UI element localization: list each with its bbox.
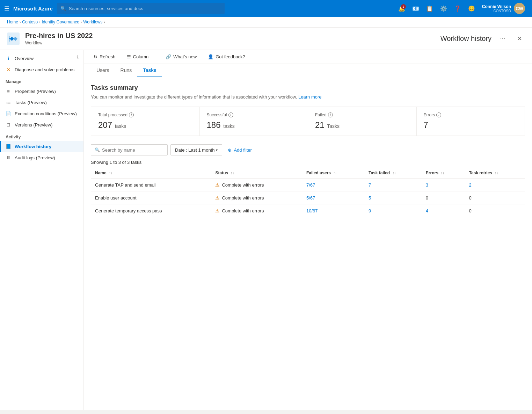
- col-errors-sort[interactable]: ↑↓: [441, 171, 444, 175]
- errors-link-0[interactable]: 3: [426, 182, 428, 188]
- notification-badge: 1: [401, 4, 406, 9]
- total-info-icon[interactable]: i: [129, 112, 134, 117]
- add-filter-icon: ⊕: [228, 147, 232, 153]
- cell-status-0: ⚠ Complete with errors: [211, 179, 302, 191]
- tab-runs[interactable]: Runs: [115, 64, 138, 77]
- sidebar-item-workflow-history[interactable]: 📘 Workflow history: [0, 141, 83, 152]
- header-divider: [432, 33, 432, 44]
- breadcrumb-workflows[interactable]: Workflows: [83, 20, 102, 24]
- search-bar[interactable]: 🔍: [57, 3, 225, 14]
- cell-status-2: ⚠ Complete with errors: [211, 204, 302, 217]
- stat-card-failed: Failed i 21 Tasks: [308, 107, 417, 136]
- tab-users[interactable]: Users: [91, 64, 115, 77]
- col-task-failed[interactable]: Task failed ↑↓: [364, 168, 422, 179]
- info-icon: ℹ: [6, 56, 11, 61]
- col-errors[interactable]: Errors ↑↓: [422, 168, 465, 179]
- cloud-shell-icon[interactable]: 📧: [409, 2, 422, 15]
- portal-menu-icon[interactable]: 📋: [423, 2, 436, 15]
- date-filter-label: Date : Last 1 month: [175, 147, 214, 153]
- sidebar-item-audit-logs[interactable]: 🖥 Audit logs (Preview): [0, 152, 83, 163]
- breadcrumb-identity-governance[interactable]: Identity Governance: [42, 20, 79, 24]
- col-name[interactable]: Name ↑↓: [91, 168, 211, 179]
- sidebar-overview-label: Overview: [15, 56, 34, 61]
- breadcrumb-sep-2: ›: [39, 20, 40, 24]
- errors-info-icon[interactable]: i: [436, 112, 441, 117]
- total-processed-unit: tasks: [115, 123, 126, 129]
- retries-link-0[interactable]: 2: [469, 182, 472, 188]
- user-menu[interactable]: Connie Wilson CONTOSO CW: [479, 3, 528, 14]
- stat-cards: Total processed i 207 tasks Successful i…: [91, 107, 525, 136]
- refresh-button[interactable]: ↻ Refresh: [91, 53, 118, 61]
- failed-users-link-2[interactable]: 10/67: [306, 208, 318, 213]
- sidebar-item-tasks[interactable]: ≔ Tasks (Preview): [0, 97, 83, 108]
- table-row: Enable user account ⚠ Complete with erro…: [91, 191, 525, 204]
- sidebar-item-overview[interactable]: ℹ Overview: [0, 53, 83, 64]
- date-filter-chip[interactable]: Date : Last 1 month ▾: [170, 144, 222, 155]
- cell-task-retries-0: 2: [465, 179, 525, 191]
- status-text-0: Complete with errors: [222, 182, 264, 188]
- refresh-icon: ↻: [94, 54, 97, 59]
- execution-icon: 📄: [6, 111, 11, 116]
- sidebar-properties-label: Properties (Preview): [15, 89, 56, 94]
- task-failed-link-1[interactable]: 5: [369, 195, 371, 201]
- tasks-table: Name ↑↓ Status ↑↓ Failed users ↑↓ Task: [91, 168, 525, 217]
- col-failed-users[interactable]: Failed users ↑↓: [302, 168, 364, 179]
- breadcrumb-contoso[interactable]: Contoso: [22, 20, 38, 24]
- page-header-title-group: Pre-hires in US 2022 Workflow: [25, 32, 423, 45]
- feedback-icon[interactable]: 😊: [465, 2, 478, 15]
- retries-value-1: 0: [469, 195, 472, 201]
- cell-task-retries-2: 0: [465, 204, 525, 217]
- close-button[interactable]: ✕: [514, 33, 525, 44]
- search-field[interactable]: 🔍: [91, 144, 168, 155]
- cell-errors-2: 4: [422, 204, 465, 217]
- sidebar-item-diagnose[interactable]: ✕ Diagnose and solve problems: [0, 64, 83, 75]
- content-area: ↻ Refresh ☰ Column 🔗 What's new 👤 Got fe…: [84, 50, 532, 410]
- successful-label: Successful: [207, 112, 227, 117]
- tab-tasks[interactable]: Tasks: [137, 64, 162, 77]
- sidebar-collapse-button[interactable]: 《: [72, 53, 81, 61]
- notifications-icon[interactable]: 🔔 1: [395, 2, 408, 15]
- activity-section-header: Activity: [0, 130, 83, 141]
- breadcrumb-home[interactable]: Home: [7, 20, 18, 24]
- main-layout: 《 ℹ Overview ✕ Diagnose and solve proble…: [0, 50, 532, 410]
- successful-info-icon[interactable]: i: [228, 112, 233, 117]
- failed-info-icon[interactable]: i: [328, 112, 333, 117]
- task-failed-link-2[interactable]: 9: [369, 208, 371, 213]
- task-failed-link-0[interactable]: 7: [369, 182, 371, 188]
- hamburger-icon[interactable]: ☰: [4, 5, 9, 12]
- total-processed-label: Total processed: [98, 112, 127, 117]
- col-status-sort[interactable]: ↑↓: [231, 171, 234, 175]
- page-header: Pre-hires in US 2022 Workflow Workflow h…: [0, 28, 532, 50]
- cell-errors-0: 3: [422, 179, 465, 191]
- ellipsis-menu[interactable]: ···: [497, 33, 508, 44]
- search-by-name-input[interactable]: [102, 147, 164, 153]
- stat-card-successful: Successful i 186 tasks: [200, 107, 308, 136]
- errors-link-2[interactable]: 4: [426, 208, 428, 213]
- sidebar-item-versions[interactable]: 🗒 Versions (Preview): [0, 119, 83, 130]
- user-name: Connie Wilson: [482, 4, 511, 9]
- col-status[interactable]: Status ↑↓: [211, 168, 302, 179]
- add-filter-button[interactable]: ⊕ Add filter: [225, 144, 254, 155]
- col-name-sort[interactable]: ↑↓: [109, 171, 112, 175]
- col-failed-users-sort[interactable]: ↑↓: [333, 171, 337, 175]
- failed-users-link-1[interactable]: 5/67: [306, 195, 315, 201]
- sidebar-item-execution[interactable]: 📄 Execution conditions (Preview): [0, 108, 83, 119]
- failed-users-link-0[interactable]: 7/67: [306, 182, 315, 188]
- col-task-retries[interactable]: Task retries ↑↓: [465, 168, 525, 179]
- failed-label: Failed: [315, 112, 327, 117]
- feedback-button[interactable]: 👤 Got feedback?: [205, 53, 248, 61]
- sidebar-versions-label: Versions (Preview): [15, 122, 52, 128]
- learn-more-link[interactable]: Learn more: [298, 94, 321, 100]
- search-input[interactable]: [69, 6, 221, 11]
- col-task-retries-sort[interactable]: ↑↓: [495, 171, 498, 175]
- settings-icon[interactable]: ⚙️: [437, 2, 450, 15]
- cell-failed-users-0: 7/67: [302, 179, 364, 191]
- showing-label: Showing 1 to 3 of 3 tasks: [91, 160, 525, 165]
- help-icon[interactable]: ❓: [451, 2, 464, 15]
- column-button[interactable]: ☰ Column: [124, 53, 152, 61]
- sidebar-item-properties[interactable]: ≡ Properties (Preview): [0, 86, 83, 97]
- stat-card-total: Total processed i 207 tasks: [91, 107, 200, 136]
- cell-errors-1: 0: [422, 191, 465, 204]
- col-task-failed-sort[interactable]: ↑↓: [393, 171, 396, 175]
- whats-new-button[interactable]: 🔗 What's new: [163, 53, 199, 61]
